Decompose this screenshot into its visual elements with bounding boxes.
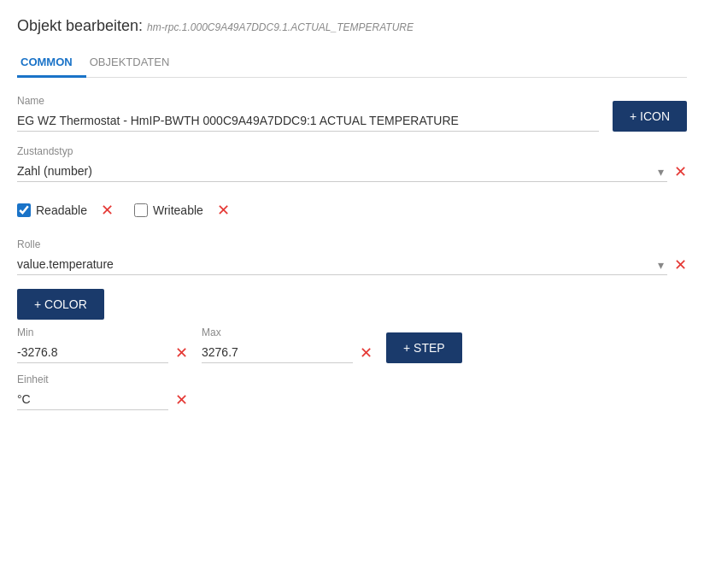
color-step-row: + COLOR xyxy=(17,289,687,320)
tab-common[interactable]: COMMON xyxy=(17,49,86,78)
checkboxes-row: Readable ✕ Writeable ✕ xyxy=(17,196,687,225)
max-field: Max ✕ xyxy=(202,326,373,363)
zustandstyp-section: Zustandstyp Zahl (number) ▾ ✕ xyxy=(17,145,687,182)
name-input[interactable] xyxy=(17,110,599,132)
min-input[interactable] xyxy=(17,342,168,363)
min-max-row: Min ✕ Max ✕ + STEP xyxy=(17,326,687,363)
max-clear-button[interactable]: ✕ xyxy=(360,345,373,361)
einheit-input[interactable] xyxy=(17,389,168,410)
readable-checkbox-item: Readable xyxy=(17,203,87,217)
max-label: Max xyxy=(202,326,373,338)
einheit-clear-button[interactable]: ✕ xyxy=(175,392,188,408)
writeable-checkbox[interactable] xyxy=(134,203,148,217)
rolle-section: Rolle value.temperature ▾ ✕ xyxy=(17,238,687,275)
name-label: Name xyxy=(17,95,599,107)
color-button[interactable]: + COLOR xyxy=(17,289,104,320)
name-section: Name + ICON xyxy=(17,95,687,132)
rolle-row: value.temperature ▾ ✕ xyxy=(17,254,687,275)
zustandstyp-label: Zustandstyp xyxy=(17,145,687,157)
einheit-label: Einheit xyxy=(17,373,687,385)
einheit-section: Einheit ✕ xyxy=(17,373,687,410)
icon-button[interactable]: + ICON xyxy=(613,101,687,132)
rolle-select[interactable]: value.temperature xyxy=(17,254,667,275)
rolle-clear-button[interactable]: ✕ xyxy=(674,257,687,273)
readable-checkbox[interactable] xyxy=(17,203,31,217)
tab-objektdaten[interactable]: OBJEKTDATEN xyxy=(86,49,184,78)
name-field-wrap: Name xyxy=(17,95,599,132)
min-label: Min xyxy=(17,326,188,338)
min-field: Min ✕ xyxy=(17,326,188,363)
zustandstyp-row: Zahl (number) ▾ ✕ xyxy=(17,161,687,182)
step-button[interactable]: + STEP xyxy=(386,332,462,363)
zustandstyp-clear-button[interactable]: ✕ xyxy=(674,164,687,179)
writeable-checkbox-item: Writeable xyxy=(134,203,203,217)
tabs-bar: COMMON OBJEKTDATEN xyxy=(17,49,687,78)
zustandstyp-select[interactable]: Zahl (number) xyxy=(17,161,667,182)
rolle-label: Rolle xyxy=(17,238,687,250)
zustandstyp-select-wrap: Zahl (number) ▾ xyxy=(17,161,667,182)
color-step-area: + COLOR Min ✕ Max ✕ + STEP Einhe xyxy=(17,289,687,410)
writeable-clear-button[interactable]: ✕ xyxy=(217,203,230,218)
rolle-select-wrap: value.temperature ▾ xyxy=(17,254,667,275)
min-clear-button[interactable]: ✕ xyxy=(175,345,188,361)
page-title: Objekt bearbeiten: hm-rpc.1.000C9A49A7DD… xyxy=(17,17,687,35)
readable-label: Readable xyxy=(36,203,87,217)
max-input[interactable] xyxy=(202,342,353,363)
writeable-label: Writeable xyxy=(153,203,203,217)
readable-clear-button[interactable]: ✕ xyxy=(101,203,114,218)
